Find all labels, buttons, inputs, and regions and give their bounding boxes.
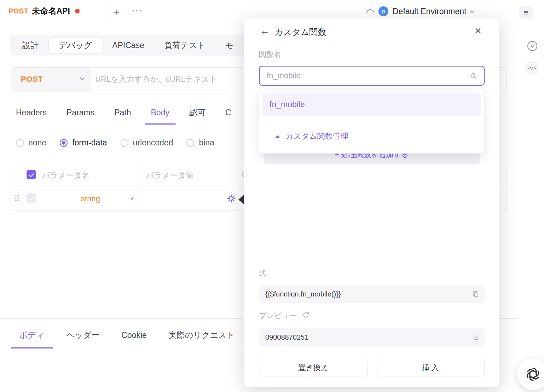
radio-label: form-data [72, 138, 107, 148]
radio-circle [186, 139, 194, 147]
preview-value: 09008870251 [265, 333, 308, 341]
column-header-name: パラメータ名 [42, 170, 89, 181]
drag-handle-icon[interactable] [15, 195, 20, 201]
copy-icon[interactable] [472, 290, 479, 299]
method-select[interactable]: POST [11, 68, 91, 91]
function-name-label: 関数名 [259, 50, 281, 59]
radio-binary[interactable]: bina [186, 138, 214, 148]
function-suggestion-dropdown: fn_mobile ≡ カスタム関数管理 [259, 89, 485, 154]
tab-response-headers[interactable]: ヘッダー [66, 330, 100, 341]
tab-actual-request[interactable]: 実際のリクエスト [169, 330, 235, 341]
preview-label: プレビュー [259, 311, 297, 321]
chevron-down-icon [470, 8, 475, 13]
replace-button[interactable]: 置き換え [259, 359, 368, 376]
radio-label: bina [199, 138, 214, 148]
body-type-options: none form-data urlencoded bina [16, 138, 214, 148]
chatgpt-icon[interactable] [517, 358, 544, 390]
tab-load-test[interactable]: 負荷テスト [154, 35, 215, 56]
tab-method-label: POST [8, 7, 28, 15]
manage-functions-link[interactable]: ≡ カスタム関数管理 [276, 131, 484, 142]
environment-icon [366, 9, 374, 13]
method-label: POST [21, 75, 43, 84]
radio-circle [60, 139, 68, 147]
expression-value: {{$function.fn_mobile()}} [265, 290, 341, 298]
tab-debug[interactable]: デバッグ [48, 37, 102, 53]
tab-more-button[interactable]: ⋯ [132, 5, 142, 16]
required-indicator: * [131, 196, 134, 204]
gear-icon[interactable] [227, 194, 236, 203]
menu-button[interactable]: ≡ [519, 6, 533, 19]
close-icon[interactable]: × [475, 25, 481, 36]
insert-button[interactable]: 挿 入 [376, 359, 485, 376]
tab-separator [106, 6, 106, 20]
request-section-tabs: Headers Params Path Body 認可 C [16, 103, 231, 122]
environment-selector[interactable]: D Default Environment [366, 4, 474, 18]
unsaved-indicator [75, 9, 80, 13]
manage-functions-label: カスタム関数管理 [285, 131, 348, 142]
tab-design[interactable]: 設計 [12, 35, 48, 56]
tab-mock[interactable]: モ [215, 35, 244, 56]
back-icon[interactable]: ← [260, 26, 270, 35]
tab-body[interactable]: Body [151, 103, 169, 122]
tooltip-arrow [238, 195, 244, 204]
environment-badge: D [378, 6, 388, 16]
custom-function-modal: ← カスタム関数 × 関数名 + 処理関数を追加する fn_mobile ≡ カ… [244, 18, 499, 387]
tab-apicase[interactable]: APICase [102, 35, 154, 56]
chevron-down-icon [80, 76, 85, 80]
tab-headers[interactable]: Headers [16, 103, 47, 122]
version-icon[interactable]: V [527, 41, 537, 51]
tab-response-cookie[interactable]: Cookie [121, 330, 147, 340]
refresh-icon[interactable] [302, 311, 309, 320]
preview-label-row: プレビュー [259, 311, 309, 321]
tab-cookie[interactable]: C [225, 103, 231, 122]
preview-field: 09008870251 [259, 328, 485, 346]
search-icon [470, 72, 477, 81]
tab-params[interactable]: Params [66, 103, 94, 122]
radio-urlencoded[interactable]: urlencoded [121, 138, 173, 148]
response-tabs: ボディ ヘッダー Cookie 実際のリクエスト [19, 327, 235, 343]
column-header-value: パラメータ値 [146, 170, 193, 181]
right-panel-divider [518, 28, 518, 392]
tab-response-body[interactable]: ボディ [19, 330, 45, 341]
environment-label: Default Environment [393, 7, 466, 16]
code-icon[interactable]: </> [526, 62, 538, 74]
expression-field: {{$function.fn_mobile()}} [259, 285, 485, 303]
api-file-tab[interactable]: POST 未命名API [0, 0, 88, 22]
radio-label: urlencoded [133, 138, 173, 148]
expression-label: 式 [259, 268, 266, 278]
select-all-checkbox[interactable] [27, 170, 36, 179]
modal-title: カスタム関数 [274, 27, 326, 38]
tab-title: 未命名API [32, 6, 70, 17]
copy-check-icon[interactable] [472, 334, 479, 342]
app-window: POST 未命名API + ⋯ D Default Environment ≡ … [0, 0, 544, 392]
hamburger-icon: ≡ [276, 132, 280, 140]
radio-circle [121, 139, 128, 147]
row-checkbox[interactable] [27, 194, 36, 203]
radio-none[interactable]: none [16, 138, 46, 148]
radio-circle [16, 139, 24, 147]
suggestion-option[interactable]: fn_mobile [262, 93, 481, 116]
param-name-cell[interactable]: string [40, 194, 141, 203]
radio-label: none [28, 138, 46, 148]
tab-auth[interactable]: 認可 [189, 103, 206, 122]
tab-path[interactable]: Path [114, 103, 131, 122]
function-search-input[interactable] [259, 66, 485, 86]
radio-form-data[interactable]: form-data [60, 138, 107, 148]
add-tab-button[interactable]: + [113, 7, 120, 18]
